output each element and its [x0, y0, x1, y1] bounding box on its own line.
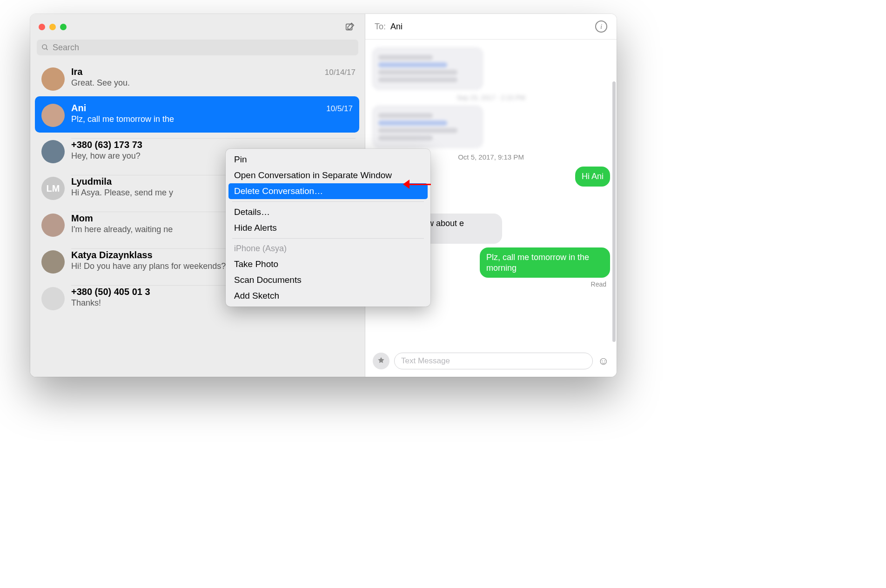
conversation-row[interactable]: Ira10/14/17Great. See you.: [30, 60, 365, 96]
thread-scrollbar[interactable]: [612, 81, 616, 342]
conversation-preview: Great. See you.: [71, 78, 356, 88]
message-text-field[interactable]: [401, 356, 586, 366]
context-menu-item[interactable]: Add Sketch: [228, 288, 428, 304]
conversation-name: +380 (50) 405 01 3: [71, 287, 150, 297]
avatar: [41, 67, 65, 91]
avatar: [41, 140, 65, 163]
window-titlebar: [30, 14, 365, 40]
zoom-button[interactable]: [60, 24, 67, 30]
avatar: [41, 214, 65, 237]
minimize-button[interactable]: [49, 24, 56, 30]
context-menu-item[interactable]: Pin: [228, 152, 428, 167]
blurred-older-messages: Sep 23, 2017 · 2:15 PM: [372, 47, 610, 148]
messages-window: Ira10/14/17Great. See you.Ani10/5/17Plz,…: [30, 14, 617, 377]
conversation-date: 10/5/17: [326, 104, 353, 114]
outgoing-bubble[interactable]: Hi Ani: [575, 167, 610, 187]
context-menu-item[interactable]: Scan Documents: [228, 272, 428, 288]
conversation-date: 10/14/17: [325, 68, 356, 77]
conversation-preview: Plz, call me tomorrow in the: [71, 114, 353, 124]
conversation-row[interactable]: Ani10/5/17Plz, call me tomorrow in the: [35, 96, 359, 133]
svg-line-2: [46, 48, 47, 50]
menu-separator: [232, 238, 424, 239]
context-menu-item[interactable]: Details…: [228, 204, 428, 220]
search-field[interactable]: [37, 40, 358, 55]
recipient-name: Ani: [390, 22, 403, 32]
to-label: To:: [375, 22, 386, 32]
apps-button[interactable]: [373, 353, 389, 369]
avatar: [41, 287, 65, 310]
conversation-name: Ira: [71, 67, 82, 77]
conversation-name: +380 (63) 173 73: [71, 140, 142, 150]
conversation-name: Lyudmila: [71, 176, 112, 187]
context-menu-item[interactable]: Hide Alerts: [228, 220, 428, 236]
search-input[interactable]: [53, 43, 354, 53]
message-input[interactable]: [394, 353, 593, 369]
conversation-name: Mom: [71, 213, 93, 224]
conversation-name: Katya Dizaynklass: [71, 250, 153, 261]
context-menu-item[interactable]: Open Conversation in Separate Window: [228, 167, 428, 183]
compose-button[interactable]: [343, 20, 356, 33]
message-input-bar: ☺: [365, 348, 617, 377]
conversation-header: To: Ani i: [365, 14, 617, 40]
context-menu-item[interactable]: Delete Conversation…: [228, 183, 428, 199]
context-menu: PinOpen Conversation in Separate WindowD…: [226, 149, 430, 307]
details-button[interactable]: i: [595, 20, 607, 33]
search-icon: [41, 44, 49, 51]
emoji-button[interactable]: ☺: [597, 354, 609, 368]
avatar: LM: [41, 177, 65, 200]
outgoing-bubble[interactable]: Plz, call me tomorrow in the morning: [480, 247, 610, 278]
close-button[interactable]: [39, 24, 45, 30]
conversation-name: Ani: [71, 103, 86, 114]
avatar: [41, 250, 65, 274]
context-menu-item[interactable]: Take Photo: [228, 256, 428, 272]
svg-point-1: [42, 45, 47, 49]
avatar: [41, 104, 65, 127]
callout-arrow: [403, 180, 431, 189]
menu-section-heading: iPhone (Asya): [228, 241, 428, 256]
menu-separator: [232, 201, 424, 202]
